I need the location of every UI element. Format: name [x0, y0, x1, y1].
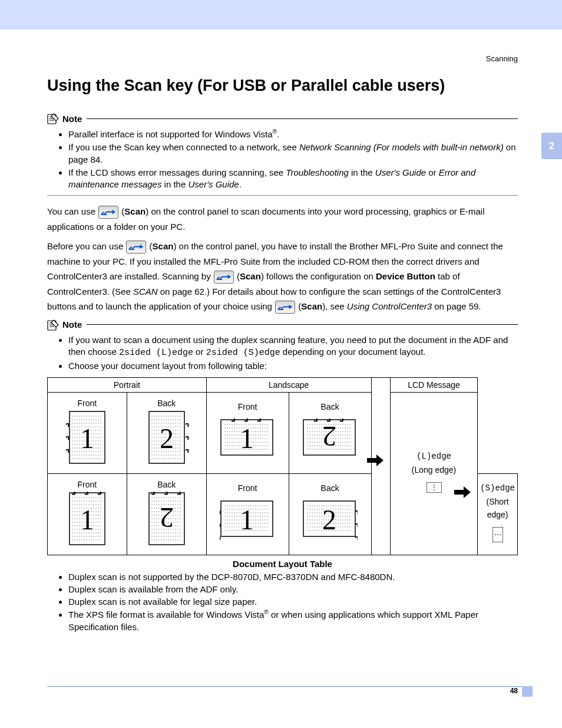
svg-text:2: 2: [160, 423, 174, 454]
note-icon: [47, 113, 59, 124]
text: or: [193, 347, 206, 357]
back-label: Back: [292, 402, 369, 411]
layout-table: Portrait Landscape LCD Message Front 1 B…: [47, 377, 518, 555]
front-label: Front: [209, 402, 286, 411]
em: User's Guide: [375, 167, 426, 177]
page-illustration: 1: [65, 410, 110, 467]
svg-text:2: 2: [160, 502, 174, 533]
front-label: Front: [50, 480, 124, 489]
sup: ®: [273, 129, 277, 135]
link-ref[interactable]: Network Scanning (For models with built-…: [299, 142, 504, 152]
cell: Back 2: [127, 473, 206, 555]
svg-text:1: 1: [80, 504, 94, 535]
after-list: Duplex scan is not supported by the DCP-…: [47, 571, 518, 633]
text: .: [277, 129, 279, 139]
strong: Device Button: [376, 271, 435, 281]
table-caption: Document Layout Table: [47, 559, 518, 569]
body-para: You can use (Scan) on the control panel …: [47, 204, 518, 234]
front-label: Front: [50, 398, 124, 408]
page-illustration: 1: [220, 495, 275, 545]
svg-text:2: 2: [322, 421, 336, 452]
text: in the: [349, 167, 375, 177]
link-ref[interactable]: SCAN: [133, 286, 158, 297]
svg-text:1: 1: [240, 504, 254, 535]
back-label: Back: [292, 483, 369, 493]
th-lcd: LCD Message: [390, 377, 477, 392]
em: User's Guide: [188, 179, 239, 189]
back-label: Back: [130, 398, 204, 408]
em: Troubleshooting: [286, 167, 348, 177]
note-item: Choose your document layout from followi…: [68, 360, 518, 372]
list-item: Duplex scan is not supported by the DCP-…: [68, 571, 518, 583]
code: 2sided (L)edge: [119, 348, 193, 358]
th-portrait: Portrait: [48, 377, 207, 392]
scan-button-icon: [98, 206, 118, 219]
corner-square: [522, 686, 533, 697]
scan-label: Scan: [240, 271, 261, 281]
note-item: If you want to scan a document using the…: [68, 334, 518, 360]
note-label: Note: [62, 319, 82, 330]
list-item: Duplex scan is available from the ADF on…: [68, 584, 518, 595]
list-item: Duplex scan is not available for legal s…: [68, 596, 518, 608]
scan-button-icon: [126, 241, 146, 253]
text: .: [239, 179, 242, 189]
note-icon: [47, 319, 59, 331]
text: or: [426, 167, 439, 177]
note-list: Parallel interface is not supported for …: [47, 128, 518, 190]
rule: [87, 324, 518, 325]
scan-label: Scan: [301, 301, 322, 311]
sup: ®: [264, 609, 268, 615]
cell: Front 1: [206, 473, 289, 555]
lcd-cell: (L)edge (Long edge): [390, 392, 477, 555]
text: If you use the Scan key when connected t…: [68, 142, 299, 152]
arrow-right-icon: [454, 486, 471, 498]
page-illustration: 1: [220, 414, 275, 464]
text: depending on your document layout.: [280, 347, 426, 357]
text: ) follows the configuration on: [261, 271, 376, 281]
lcd-code: (L)edge: [393, 450, 475, 463]
list-item: The XPS file format is available for Win…: [68, 608, 518, 633]
text: in the: [161, 179, 188, 189]
text: Before you can use: [47, 241, 125, 251]
page-title: Using the Scan key (For USB or Parallel …: [47, 77, 518, 95]
lcd-sub: (Short edge): [480, 495, 515, 522]
text: You can use: [47, 206, 98, 216]
text: Parallel interface is not supported for …: [68, 129, 273, 139]
text: on page 59.: [432, 301, 481, 311]
rule: [87, 118, 518, 119]
note-item: If you use the Scan key when connected t…: [68, 141, 518, 166]
note-item: If the LCD shows error messages during s…: [68, 167, 518, 191]
cell: Front 1: [48, 392, 127, 473]
rule-blue: [47, 195, 518, 196]
header-chapter: Scanning: [486, 54, 518, 63]
cell: Back 2: [289, 392, 371, 473]
page-illustration: 2: [144, 492, 189, 549]
arrow-right-icon: [367, 454, 384, 466]
page-number: 48: [510, 687, 518, 695]
cell: Back 2: [289, 473, 371, 555]
link-ref[interactable]: Using ControlCenter3: [347, 301, 432, 311]
page-illustration: 2: [302, 495, 358, 545]
cell: Front 1: [206, 392, 289, 473]
text: If the LCD shows error messages during s…: [68, 167, 286, 177]
cell: Front 1: [48, 473, 127, 555]
front-label: Front: [209, 483, 286, 493]
text: The XPS file format is available for Win…: [68, 610, 264, 620]
back-label: Back: [130, 480, 204, 489]
binding-short-icon: [492, 527, 503, 542]
note-item: Parallel interface is not supported for …: [68, 128, 518, 140]
text: ), see: [322, 301, 347, 311]
scan-button-icon: [214, 271, 234, 284]
note-label: Note: [62, 114, 82, 124]
binding-long-icon: [427, 482, 442, 493]
chapter-tab: 2: [541, 133, 562, 159]
scan-label: Scan: [124, 206, 146, 216]
scan-button-icon: [275, 301, 295, 314]
cell: Back 2: [127, 392, 206, 473]
svg-text:2: 2: [322, 504, 336, 535]
scan-label: Scan: [153, 241, 174, 251]
th-landscape: Landscape: [206, 377, 371, 392]
page-illustration: 2: [144, 410, 189, 467]
body-para: Before you can use (Scan) on the control…: [47, 239, 518, 314]
note-list: If you want to scan a document using the…: [47, 334, 518, 373]
